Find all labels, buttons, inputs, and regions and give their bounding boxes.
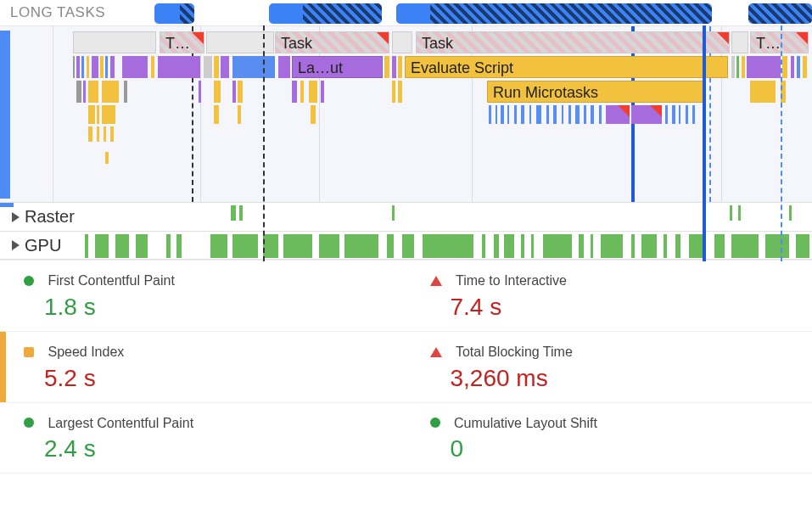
task-block[interactable] <box>206 31 274 53</box>
disdown-icon[interactable] <box>12 212 20 222</box>
task-block[interactable]: Task <box>275 31 389 53</box>
long-task-bar[interactable] <box>748 3 812 24</box>
square-icon <box>24 347 34 357</box>
gpu-lane <box>85 234 812 258</box>
flame-chart[interactable]: T… Task Task T… La…ut Evaluate Script <box>0 25 812 202</box>
triangle-icon <box>430 276 442 286</box>
raster-label: Raster <box>25 207 75 227</box>
metric-tbt[interactable]: Total Blocking Time 3,260 ms <box>406 332 813 403</box>
metric-speed-index[interactable]: Speed Index 5.2 s <box>0 332 406 403</box>
raster-lane <box>85 205 812 229</box>
evaluate-script-block[interactable]: Evaluate Script <box>405 56 728 78</box>
layout-block[interactable]: La…ut <box>292 56 383 78</box>
metrics-grid: First Contentful Paint 1.8 s Time to Int… <box>0 260 812 474</box>
long-task-bar[interactable] <box>396 3 712 24</box>
task-block[interactable]: T… <box>160 31 204 53</box>
gpu-row[interactable]: GPU <box>0 231 812 260</box>
run-microtasks-block[interactable]: Run Microtasks <box>487 81 704 103</box>
long-tasks-row: LONG TASKS <box>0 0 812 25</box>
long-tasks-track[interactable] <box>154 2 812 24</box>
edge-indicator <box>0 332 6 402</box>
circle-icon <box>430 418 440 428</box>
task-block[interactable] <box>73 31 156 53</box>
long-task-bar[interactable] <box>269 3 382 24</box>
metric-cls[interactable]: Cumulative Layout Shift 0 <box>406 403 813 474</box>
circle-icon <box>24 276 34 286</box>
metric-lcp[interactable]: Largest Contentful Paint 2.4 s <box>0 403 406 474</box>
chevron-right-icon[interactable] <box>12 240 20 250</box>
task-block[interactable]: Task <box>416 31 730 53</box>
metric-tti[interactable]: Time to Interactive 7.4 s <box>406 261 813 332</box>
long-task-bar[interactable] <box>154 3 194 24</box>
task-block[interactable]: T… <box>750 31 809 53</box>
raster-row[interactable]: Raster <box>0 202 812 231</box>
task-block[interactable] <box>731 31 748 53</box>
task-block[interactable] <box>392 31 412 53</box>
main-thread-bar <box>0 31 10 199</box>
circle-icon <box>24 418 34 428</box>
long-tasks-label: LONG TASKS <box>10 4 154 21</box>
triangle-icon <box>430 347 442 357</box>
metric-fcp[interactable]: First Contentful Paint 1.8 s <box>0 261 406 332</box>
gpu-label: GPU <box>25 236 61 255</box>
